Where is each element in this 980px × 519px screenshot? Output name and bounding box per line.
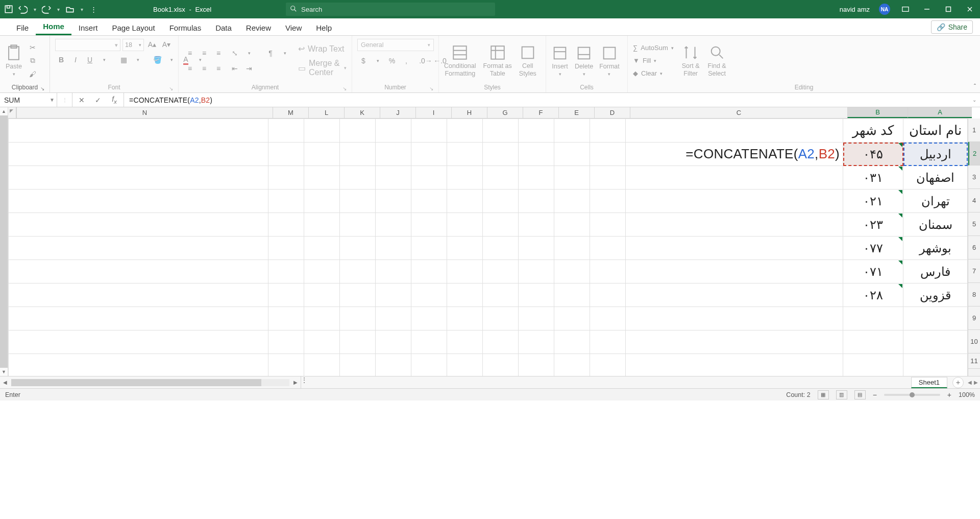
orientation-icon[interactable]: ⤡: [229, 48, 241, 59]
decrease-font-icon[interactable]: A▾: [160, 39, 173, 50]
find-select-button[interactable]: Find & Select: [708, 44, 726, 77]
col-header-A[interactable]: A: [908, 107, 972, 118]
name-box-resize[interactable]: ⋮: [57, 93, 72, 107]
fx-icon[interactable]: fx: [110, 95, 118, 105]
maximize-icon[interactable]: [942, 3, 954, 15]
col-header-G[interactable]: G: [487, 107, 523, 118]
align-middle-icon[interactable]: ≡: [198, 48, 210, 59]
chevron-down-icon[interactable]: ▼: [50, 97, 55, 103]
tab-review[interactable]: Review: [239, 20, 278, 35]
font-size-picker[interactable]: 18▾: [122, 39, 144, 51]
worksheet-grid[interactable]: ▲ ▼ ◤ A B C D E F G H I J K L M N 1 2 3 …: [0, 107, 980, 376]
conditional-formatting-button[interactable]: Conditional Formatting: [444, 44, 476, 77]
comma-style-icon[interactable]: ,: [400, 55, 412, 66]
fill-button[interactable]: ▼ Fill ▾: [633, 55, 674, 66]
chevron-down-icon[interactable]: ▾: [279, 48, 291, 59]
format-painter-icon[interactable]: 🖌: [27, 68, 39, 80]
cell-A3[interactable]: اصفهان: [903, 166, 968, 190]
row-header-5[interactable]: 5: [968, 213, 980, 236]
underline-icon[interactable]: U: [84, 54, 96, 65]
cell-B7[interactable]: ۰۷۱: [843, 260, 903, 284]
tab-view[interactable]: View: [278, 20, 309, 35]
fill-color-icon[interactable]: 🪣: [151, 54, 163, 65]
close-icon[interactable]: [964, 3, 976, 15]
cell-B3[interactable]: ۰۳۱: [843, 166, 903, 190]
bold-icon[interactable]: B: [55, 54, 67, 65]
col-header-I[interactable]: I: [415, 107, 451, 118]
col-header-E[interactable]: E: [558, 107, 594, 118]
cell-A8[interactable]: قزوین: [903, 284, 968, 307]
horizontal-scrollbar[interactable]: ◀ ▶: [0, 376, 301, 388]
cell-C1[interactable]: [626, 119, 843, 143]
vertical-scrollbar[interactable]: ▲ ▼: [0, 107, 8, 376]
new-sheet-button[interactable]: ＋: [952, 377, 964, 388]
delete-cells-button[interactable]: Delete▾: [575, 44, 593, 77]
decrease-indent-icon[interactable]: ⇤: [229, 63, 241, 74]
redo-icon[interactable]: [42, 5, 51, 14]
sheet-nav-prev-icon[interactable]: ◀: [968, 380, 972, 385]
ribbon-display-icon[interactable]: [899, 3, 912, 15]
cell-B2[interactable]: ۰۴۵: [843, 143, 903, 166]
name-box[interactable]: SUM ▼: [0, 93, 57, 107]
cell-A2[interactable]: اردبیل: [903, 143, 968, 166]
chevron-down-icon[interactable]: ▾: [33, 7, 37, 12]
col-header-M[interactable]: M: [273, 107, 308, 118]
enter-formula-icon[interactable]: ✓: [94, 96, 102, 104]
select-all-left[interactable]: ◤: [8, 107, 16, 119]
row-header-11[interactable]: 11: [968, 353, 980, 369]
zoom-out-icon[interactable]: −: [873, 391, 877, 399]
col-header-K[interactable]: K: [344, 107, 380, 118]
clear-button[interactable]: ◆ Clear ▾: [633, 68, 674, 79]
share-button[interactable]: 🔗 Share: [931, 20, 973, 34]
user-avatar[interactable]: NA: [879, 4, 890, 15]
chevron-down-icon[interactable]: ▾: [243, 48, 255, 59]
col-header-C[interactable]: C: [630, 107, 847, 118]
tab-file[interactable]: File: [9, 20, 36, 35]
cell-C2[interactable]: =CONCATENATE(A2,B2): [626, 143, 843, 166]
collapse-ribbon-icon[interactable]: ˆ: [974, 83, 976, 90]
col-header-H[interactable]: H: [451, 107, 487, 118]
dialog-launcher-icon[interactable]: ↘: [342, 86, 347, 91]
row-header-6[interactable]: 6: [968, 236, 980, 260]
column-headers[interactable]: A B C D E F G H I J K L M N: [16, 107, 972, 119]
chevron-down-icon[interactable]: ▾: [165, 54, 178, 65]
row-header-2[interactable]: 2: [968, 142, 980, 166]
italic-icon[interactable]: I: [69, 54, 82, 65]
customize-qat-icon[interactable]: ⋮: [89, 5, 98, 14]
increase-indent-icon[interactable]: ⇥: [243, 63, 255, 74]
row-header-7[interactable]: 7: [968, 260, 980, 283]
merge-center-button[interactable]: ▭ Merge & Center ▾: [298, 59, 347, 77]
user-name[interactable]: navid amz: [840, 6, 870, 13]
cell-B6[interactable]: ۰۷۷: [843, 237, 903, 260]
text-direction-icon[interactable]: ¶: [264, 48, 277, 59]
increase-decimal-icon[interactable]: .0→: [420, 55, 432, 66]
sheet-tab-sheet1[interactable]: Sheet1: [911, 377, 947, 388]
scroll-left-icon[interactable]: ◀: [0, 380, 10, 385]
cell-A4[interactable]: تهران: [903, 190, 968, 213]
zoom-in-icon[interactable]: +: [947, 391, 951, 399]
chevron-down-icon[interactable]: ▾: [372, 55, 384, 66]
tab-page-layout[interactable]: Page Layout: [105, 20, 162, 35]
dialog-launcher-icon[interactable]: ↘: [429, 86, 433, 91]
sheet-tab-resize[interactable]: ⋮: [301, 376, 306, 388]
minimize-icon[interactable]: [921, 3, 933, 15]
tab-help[interactable]: Help: [309, 20, 339, 35]
chevron-down-icon[interactable]: ▾: [56, 7, 60, 12]
paste-button[interactable]: Paste ▾: [5, 44, 22, 77]
copy-icon[interactable]: ⧉: [27, 55, 39, 66]
tab-insert[interactable]: Insert: [71, 20, 105, 35]
col-header-J[interactable]: J: [380, 107, 415, 118]
format-as-table-button[interactable]: Format as Table: [483, 44, 512, 77]
col-header-B[interactable]: B: [847, 107, 908, 118]
cell-B1[interactable]: کد شهر: [843, 119, 903, 143]
col-header-D[interactable]: D: [594, 107, 630, 118]
format-cells-button[interactable]: Format▾: [599, 44, 620, 77]
insert-cells-button[interactable]: Insert▾: [551, 44, 569, 77]
number-format-picker[interactable]: General ▾: [357, 39, 434, 51]
dialog-launcher-icon[interactable]: ↘: [40, 86, 44, 91]
increase-font-icon[interactable]: A▴: [146, 39, 158, 50]
cell-A5[interactable]: سمنان: [903, 213, 968, 237]
page-break-view-icon[interactable]: ▤: [854, 390, 866, 399]
chevron-down-icon[interactable]: ▾: [98, 54, 110, 65]
accounting-format-icon[interactable]: $: [357, 55, 370, 66]
